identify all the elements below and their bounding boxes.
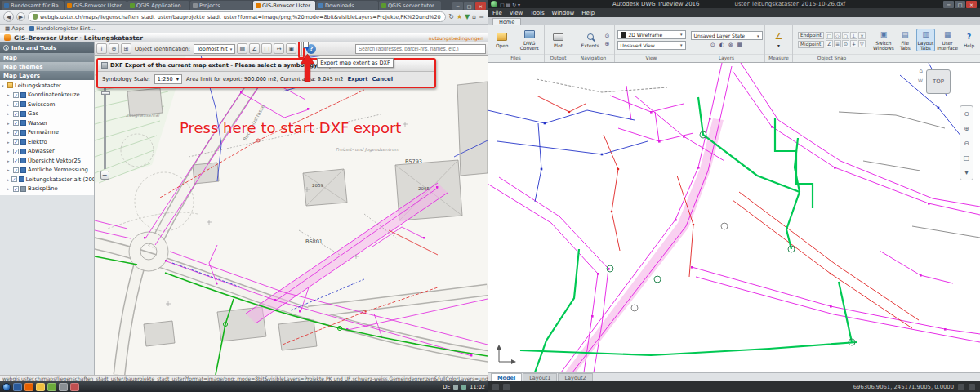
status-grid-icon[interactable] — [958, 384, 964, 390]
menu-icon[interactable]: ≡ — [479, 13, 484, 20]
sidebar-section-map-layers[interactable]: Map Layers — [0, 71, 94, 80]
tab-model[interactable]: Model — [491, 373, 522, 381]
sidebar-section-info-tools[interactable]: iInfo and Tools — [0, 42, 94, 53]
snap-icon[interactable]: □ — [826, 32, 833, 39]
endpoint-snap-button[interactable]: Endpoint — [798, 32, 824, 39]
layer-freeze-icon[interactable]: ◐ — [719, 42, 724, 48]
cad-drawing[interactable] — [488, 63, 980, 372]
layer-tree-root[interactable]: ▾Leitungskataster — [2, 81, 94, 91]
cad-viewport[interactable]: ⌂ W TOP ⊙ ⊕ ⊖ □ ▾ — [488, 63, 980, 372]
expand-icon[interactable]: ▸ — [7, 130, 11, 135]
expand-icon[interactable]: ▸ — [7, 177, 10, 182]
pan-tool-button[interactable]: ⊞ — [121, 43, 131, 54]
viewcube-home-icon[interactable]: ⌂ — [920, 68, 923, 74]
expand-icon[interactable]: ▸ — [7, 186, 11, 191]
quick-access-toolbar[interactable]: ▢ ▤ ↻ ▾ — [500, 2, 520, 7]
layer-lock-icon[interactable]: ⊗ — [728, 42, 733, 48]
bookmark-item[interactable]: Handelsregister Eint... — [29, 25, 95, 32]
browser-tab[interactable]: Projects... — [190, 1, 252, 10]
panel-label-output[interactable]: Output — [545, 54, 572, 62]
browser-tab-active[interactable]: GIS-Browser Uster... — [253, 1, 315, 10]
symbology-scale-select[interactable]: 1:250▾ — [154, 74, 182, 84]
clock[interactable]: 11:02 — [470, 384, 485, 390]
switch-windows-button[interactable]: ▣Switch Windows — [873, 29, 894, 51]
layer-item[interactable]: ▸✓Swisscom — [2, 100, 94, 109]
cancel-button[interactable]: Cancel — [372, 76, 393, 82]
snap-icon[interactable]: ◇ — [834, 32, 841, 39]
maximize-button[interactable]: ▢ — [464, 2, 474, 10]
menu-tools[interactable]: Tools — [530, 10, 544, 16]
zoom-out-button[interactable]: − — [100, 171, 109, 180]
midpoint-snap-button[interactable]: Midpoint — [798, 41, 824, 48]
plot-button[interactable]: Plot — [546, 32, 570, 48]
dwg-convert-button[interactable]: DWG Convert — [517, 29, 543, 51]
layer-item[interactable]: ▸✓Elektro — [2, 137, 94, 147]
downloads-icon[interactable]: ▼ — [465, 13, 470, 20]
expand-icon[interactable]: ▸ — [7, 102, 11, 107]
layer-checkbox[interactable]: ✓ — [13, 139, 19, 145]
measure-button[interactable]: ∠▾ — [767, 32, 791, 48]
layer-checkbox[interactable]: ✓ — [13, 92, 19, 98]
trueview-app-icon[interactable] — [491, 1, 497, 7]
orbit-icon[interactable]: □ — [964, 154, 970, 162]
tab-home[interactable]: Home — [492, 18, 521, 25]
panel-label-object-snap[interactable]: Object Snap — [793, 54, 871, 62]
home-icon[interactable]: ⌂ — [472, 13, 476, 20]
select-button[interactable]: ▣ — [286, 43, 296, 54]
maximize-button[interactable]: ▢ — [955, 1, 965, 8]
taskbar-ie-icon[interactable] — [13, 383, 22, 391]
file-tabs-button[interactable]: ▤File Tabs — [896, 29, 915, 51]
tray-icon[interactable] — [453, 385, 458, 390]
zoom-extents-button[interactable]: Extents — [577, 32, 604, 48]
tab-layout2[interactable]: Layout2 — [558, 373, 592, 381]
menu-view[interactable]: View — [510, 10, 523, 16]
forward-button[interactable]: ▶ — [16, 12, 25, 21]
terms-link[interactable]: nutzungsbedingungen — [429, 35, 483, 41]
tray-icon[interactable] — [461, 385, 466, 390]
sidebar-section-map[interactable]: Map — [0, 53, 94, 62]
taskbar-explorer-icon[interactable] — [36, 383, 45, 391]
steering-wheel-icon[interactable]: ⊙ — [964, 110, 969, 118]
taskbar-app2-icon[interactable] — [70, 383, 79, 391]
minimize-button[interactable]: ─ — [452, 2, 463, 10]
pan-icon[interactable]: ⊙ — [605, 33, 610, 39]
snap-icon[interactable]: ≡ — [834, 40, 841, 47]
expand-icon[interactable]: ▸ — [7, 149, 11, 154]
layer-item[interactable]: ▸✓Basispläne — [2, 185, 94, 194]
status-icon[interactable] — [492, 384, 499, 390]
gis-map-canvas[interactable] — [95, 42, 488, 375]
zoom-slider-handle[interactable] — [101, 91, 110, 95]
browser-tab[interactable]: QGIS server tutor... — [379, 1, 441, 10]
taskbar-qgis-icon[interactable] — [47, 383, 56, 391]
snap-icon[interactable]: + — [850, 40, 858, 47]
url-bar[interactable]: webgis.uster.ch/maps/liegenschaften_stad… — [28, 11, 446, 22]
snap-icon[interactable]: ⊥ — [850, 32, 858, 39]
viewcube-west-label[interactable]: W — [918, 78, 923, 83]
panel-label-navigation[interactable]: Navigation — [572, 54, 614, 62]
layer-checkbox[interactable]: ✓ — [13, 120, 19, 126]
print-button[interactable]: ▤ — [237, 43, 247, 54]
minimize-button[interactable]: ─ — [943, 1, 954, 8]
extent-button[interactable]: ↔ — [274, 43, 284, 54]
collapse-icon[interactable]: ▾ — [2, 83, 6, 88]
export-confirm-button[interactable]: Export — [347, 76, 368, 82]
help-button[interactable]: ?Help — [960, 32, 978, 48]
sidebar-section-map-themes[interactable]: Map themes — [0, 62, 94, 71]
snap-icon[interactable]: × — [858, 32, 866, 39]
snap-icon[interactable]: ⊙ — [842, 40, 849, 47]
object-identification-select[interactable]: Topmost hit▾ — [194, 44, 235, 54]
layer-checkbox[interactable]: ✓ — [13, 111, 19, 117]
viewcube-top-face[interactable]: TOP — [933, 78, 944, 85]
expand-icon[interactable]: ▸ — [7, 111, 11, 116]
close-button[interactable]: × — [475, 2, 486, 10]
zoom-tool-button[interactable]: ⊕ — [109, 43, 119, 54]
layer-item[interactable]: ▸✓Gas — [2, 109, 94, 119]
layer-checkbox[interactable]: ✓ — [11, 176, 17, 182]
taskbar-firefox-icon[interactable] — [24, 383, 33, 391]
orbit-icon[interactable]: ⊕ — [605, 41, 610, 47]
tab-layout1[interactable]: Layout1 — [523, 373, 557, 381]
layer-item[interactable]: ▸✓Koordinatenkreuze — [2, 91, 94, 100]
browser-tab[interactable]: Downloads — [316, 1, 378, 10]
layer-list-icon[interactable]: ▦ — [737, 42, 743, 48]
close-button[interactable]: × — [966, 1, 977, 8]
